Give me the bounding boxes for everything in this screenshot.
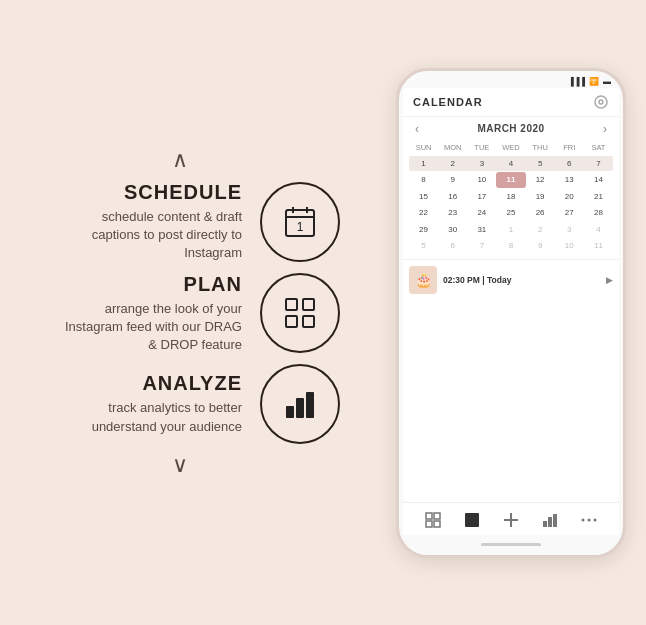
cal-day[interactable]: 27 xyxy=(555,205,584,221)
cal-day[interactable]: 30 xyxy=(438,222,467,238)
plan-block: PLAN arrange the look of your Instagram … xyxy=(10,273,350,355)
cal-day[interactable]: 2 xyxy=(438,156,467,172)
main-container: ∧ SCHEDULE schedule content & draft capt… xyxy=(0,0,646,625)
analyze-icon-circle xyxy=(260,364,340,444)
cal-day[interactable]: 5 xyxy=(409,238,438,254)
cal-day[interactable]: 4 xyxy=(496,156,525,172)
month-title: MARCH 2020 xyxy=(477,123,544,134)
cal-day[interactable]: 28 xyxy=(584,205,613,221)
grid-icon xyxy=(282,295,318,331)
left-panel: ∧ SCHEDULE schedule content & draft capt… xyxy=(10,149,350,476)
cal-day-today[interactable]: 11 xyxy=(496,172,525,188)
day-header-fri: FRI xyxy=(555,141,584,154)
phone-screen: CALENDAR ‹ MARCH 2020 › SUN MON TUE xyxy=(403,88,619,502)
cal-day[interactable]: 4 xyxy=(584,222,613,238)
cal-day[interactable]: 9 xyxy=(526,238,555,254)
day-header-thu: THU xyxy=(526,141,555,154)
cal-day[interactable]: 9 xyxy=(438,172,467,188)
day-header-sun: SUN xyxy=(409,141,438,154)
event-info: 02:30 PM | Today xyxy=(443,275,511,285)
event-video-icon[interactable]: ▶︎ xyxy=(606,275,613,285)
cal-day[interactable]: 1 xyxy=(496,222,525,238)
cal-day[interactable]: 10 xyxy=(467,172,496,188)
svg-point-13 xyxy=(599,100,603,104)
analyze-text: ANALYZE track analytics to better unders… xyxy=(62,372,242,435)
svg-rect-8 xyxy=(303,316,314,327)
plan-desc: arrange the look of your Instagram feed … xyxy=(62,300,242,355)
cal-day[interactable]: 23 xyxy=(438,205,467,221)
cal-day[interactable]: 12 xyxy=(526,172,555,188)
cal-day[interactable]: 3 xyxy=(555,222,584,238)
bar-chart-icon xyxy=(282,386,318,422)
day-header-tue: TUE xyxy=(467,141,496,154)
svg-text:1: 1 xyxy=(297,220,304,234)
cal-day[interactable]: 21 xyxy=(584,189,613,205)
cal-day[interactable]: 2 xyxy=(526,222,555,238)
svg-rect-9 xyxy=(286,406,294,418)
cal-day[interactable]: 29 xyxy=(409,222,438,238)
cal-day[interactable]: 19 xyxy=(526,189,555,205)
calendar-week-1: 1 2 3 4 5 6 7 xyxy=(409,156,613,172)
day-header-wed: WED xyxy=(496,141,525,154)
next-month-button[interactable]: › xyxy=(599,122,611,136)
schedule-text: SCHEDULE schedule content & draft captio… xyxy=(62,181,242,263)
schedule-block: SCHEDULE schedule content & draft captio… xyxy=(10,181,350,263)
cal-day[interactable]: 3 xyxy=(467,156,496,172)
bottom-nav xyxy=(403,502,619,535)
prev-month-button[interactable]: ‹ xyxy=(411,122,423,136)
calendar-settings-icon[interactable] xyxy=(593,94,609,110)
cal-day[interactable]: 31 xyxy=(467,222,496,238)
calendar-heading: CALENDAR xyxy=(413,96,483,108)
cal-day[interactable]: 22 xyxy=(409,205,438,221)
nav-up-arrow[interactable]: ∧ xyxy=(172,149,188,171)
home-indicator xyxy=(399,535,623,555)
battery-icon: ▬ xyxy=(603,77,611,86)
bottom-nav-analytics-icon[interactable] xyxy=(541,511,559,529)
cal-day[interactable]: 16 xyxy=(438,189,467,205)
cal-day[interactable]: 24 xyxy=(467,205,496,221)
bottom-nav-add-icon[interactable] xyxy=(502,511,520,529)
bottom-nav-grid-icon[interactable] xyxy=(424,511,442,529)
event-time: 02:30 PM | Today xyxy=(443,275,511,285)
cal-day[interactable]: 10 xyxy=(555,238,584,254)
bottom-nav-more-icon[interactable] xyxy=(580,511,598,529)
cal-day[interactable]: 11 xyxy=(584,238,613,254)
cal-day[interactable]: 8 xyxy=(496,238,525,254)
cal-day[interactable]: 26 xyxy=(526,205,555,221)
svg-rect-23 xyxy=(553,514,557,527)
bottom-nav-photo-icon[interactable] xyxy=(463,511,481,529)
calendar-week-2: 8 9 10 11 12 13 14 xyxy=(409,172,613,188)
svg-rect-18 xyxy=(465,513,479,527)
cal-day[interactable]: 6 xyxy=(555,156,584,172)
cal-day[interactable]: 18 xyxy=(496,189,525,205)
svg-rect-11 xyxy=(306,392,314,418)
signal-icon: ▐▐▐ xyxy=(568,77,585,86)
analyze-block: ANALYZE track analytics to better unders… xyxy=(10,364,350,444)
cal-day[interactable]: 25 xyxy=(496,205,525,221)
month-nav: ‹ MARCH 2020 › xyxy=(403,117,619,141)
svg-rect-17 xyxy=(434,521,440,527)
cal-day[interactable]: 1 xyxy=(409,156,438,172)
cal-day[interactable]: 7 xyxy=(584,156,613,172)
cal-day[interactable]: 6 xyxy=(438,238,467,254)
plan-text: PLAN arrange the look of your Instagram … xyxy=(62,273,242,355)
cal-day[interactable]: 17 xyxy=(467,189,496,205)
nav-down-arrow[interactable]: ∨ xyxy=(172,454,188,476)
cal-day[interactable]: 15 xyxy=(409,189,438,205)
cal-day[interactable]: 20 xyxy=(555,189,584,205)
event-thumbnail: 🎂 xyxy=(409,266,437,294)
svg-rect-7 xyxy=(286,316,297,327)
event-row[interactable]: 🎂 02:30 PM | Today ▶︎ xyxy=(403,259,619,300)
home-bar xyxy=(481,543,541,546)
analyze-desc: track analytics to better understand you… xyxy=(62,399,242,435)
cal-day[interactable]: 5 xyxy=(526,156,555,172)
status-bar: ▐▐▐ 🛜 ▬ xyxy=(399,71,623,88)
calendar-header: CALENDAR xyxy=(403,88,619,117)
cal-day[interactable]: 14 xyxy=(584,172,613,188)
plan-title: PLAN xyxy=(62,273,242,296)
cal-day[interactable]: 7 xyxy=(467,238,496,254)
svg-rect-16 xyxy=(426,521,432,527)
cal-day[interactable]: 13 xyxy=(555,172,584,188)
cal-day[interactable]: 8 xyxy=(409,172,438,188)
svg-rect-5 xyxy=(286,299,297,310)
